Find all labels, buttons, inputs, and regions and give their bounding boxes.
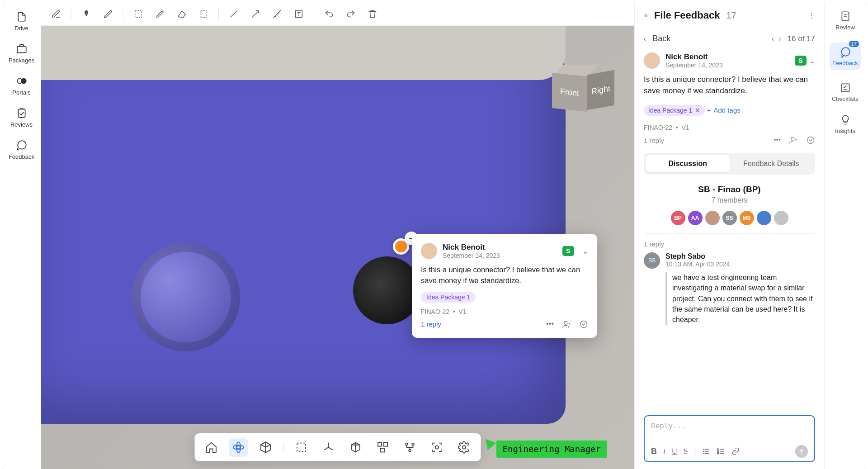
send-button[interactable] [795,445,808,458]
member-avatar[interactable] [757,211,771,225]
viewcube-front[interactable]: Front [552,73,587,112]
bullet-list-icon[interactable] [703,447,711,455]
more-icon[interactable]: ••• [774,136,781,145]
back-button[interactable]: Back [652,34,670,43]
comment-tag[interactable]: Idea Package 1 [421,292,476,303]
add-person-icon[interactable] [562,320,571,329]
member-avatars: BPAASSMS [644,211,815,225]
feedback-panel: » File Feedback 17 ⋮ ‹ Back ‹ › 16 of 17… [634,2,824,469]
svg-rect-4 [135,10,142,17]
link-icon[interactable] [731,447,740,455]
shape-icon[interactable] [197,7,210,21]
nav-feedback[interactable]: Feedback [9,139,34,160]
text-icon[interactable] [292,7,306,21]
model-cylinder [132,243,240,351]
axes-icon[interactable] [319,438,338,457]
rail-insights[interactable]: Insights [835,114,855,134]
svg-point-2 [21,79,26,84]
feedback-reply-count: 1 reply [644,137,664,144]
line-icon[interactable] [227,7,241,21]
viewcube-right[interactable]: Right [587,70,614,110]
reply-link[interactable]: 1 reply [421,320,441,328]
wireframe-icon[interactable] [346,438,365,457]
arrow-icon[interactable] [249,7,262,21]
prev-feedback-icon[interactable]: ‹ [772,35,774,43]
feedback-position: 16 of 17 [788,34,815,43]
feedback-status-badge[interactable]: S [795,56,807,66]
underline-button[interactable]: U [672,447,677,456]
view-cube[interactable]: Front Right [552,66,612,116]
explode-icon[interactable] [373,438,392,457]
check-circle-icon[interactable] [579,320,588,329]
redo-icon[interactable] [344,7,358,21]
member-avatar[interactable]: AA [688,211,703,225]
settings-icon[interactable] [455,438,474,457]
reply-avatar: SS [644,252,660,269]
selection-rect-icon[interactable] [132,7,145,21]
feedback-bubble-icon [840,46,851,58]
author-avatar [421,243,437,259]
member-avatar[interactable]: BP [671,211,685,225]
ordered-list-icon[interactable]: 123 [717,447,725,455]
member-avatar[interactable]: MS [740,211,754,225]
add-person-icon[interactable] [789,136,798,145]
rail-checklists[interactable]: Checklists [832,82,859,102]
nav-portals[interactable]: Portals [12,75,30,96]
back-chevron-icon[interactable]: ‹ [644,35,646,43]
orbit-icon[interactable] [229,438,248,457]
status-badge[interactable]: S [562,246,574,256]
reply-input[interactable] [651,422,808,443]
svg-rect-3 [18,109,25,117]
member-avatar[interactable] [774,211,788,225]
panel-menu-icon[interactable]: ⋮ [808,11,815,20]
nav-packages[interactable]: Packages [9,43,34,64]
nav-reviews-label: Reviews [10,121,33,128]
member-avatar[interactable]: SS [722,211,737,225]
next-feedback-icon[interactable]: › [778,35,781,43]
chevron-down-icon[interactable]: ⌄ [809,57,815,65]
bold-button[interactable]: B [651,447,657,456]
home-view-icon[interactable] [202,438,221,457]
add-tags-button[interactable]: + Add tags [707,106,741,114]
reply-composer: B i U S | 123 [644,415,815,462]
divider [123,9,123,19]
tab-details[interactable]: Feedback Details [730,155,813,172]
feedback-popup: Nick Benoit September 14, 2023 S ⌄ Is th… [412,234,597,338]
feedback-tag[interactable]: Idea Package 1 ✕ [644,105,705,116]
nav-drive[interactable]: Drive [14,10,28,32]
pen-icon[interactable] [101,7,115,21]
collapse-panel-icon[interactable]: » [644,11,648,19]
remove-tag-icon[interactable]: ✕ [695,107,700,114]
member-avatar[interactable] [705,211,720,225]
svg-point-22 [807,137,814,144]
focus-icon[interactable] [428,438,447,457]
edit-icon[interactable] [49,7,63,21]
svg-rect-30 [841,84,849,91]
isometric-icon[interactable] [256,438,275,457]
measure-icon[interactable] [270,7,284,21]
tab-discussion[interactable]: Discussion [646,155,730,172]
comment-date: September 14, 2023 [443,252,500,259]
more-icon[interactable]: ••• [546,320,554,329]
undo-icon[interactable] [322,7,336,21]
section-icon[interactable] [292,438,311,457]
strike-button[interactable]: S [684,447,688,456]
pin-icon[interactable] [80,7,93,21]
nav-reviews[interactable]: Reviews [10,107,33,128]
rail-feedback[interactable]: 17 Feedback [830,43,861,70]
svg-point-18 [409,450,411,452]
reply-date: 10:13 AM, Apr 03 2024 [665,261,815,268]
add-tags-label: Add tags [714,106,741,114]
viewport-3d[interactable]: Front Right − Nick Benoit September 14, … [41,26,634,469]
panel-count: 17 [726,10,736,21]
comment-ref: FINAO-22 [421,308,449,315]
italic-button[interactable]: i [663,447,665,456]
rail-review[interactable]: Review [835,10,855,31]
assembly-icon[interactable] [401,438,420,457]
check-circle-icon[interactable] [806,136,815,145]
eraser-icon[interactable] [175,7,189,21]
trash-icon[interactable] [366,7,379,21]
pencil-icon[interactable] [153,7,167,21]
chevron-down-icon[interactable]: ⌄ [582,247,588,256]
left-sidebar: Drive Packages Portals Reviews Feedback [2,2,41,469]
